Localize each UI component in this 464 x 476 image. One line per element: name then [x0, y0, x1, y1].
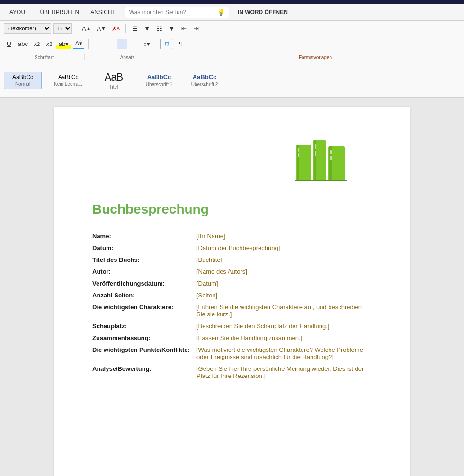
highlight-button[interactable]: ab▾ [56, 39, 71, 49]
numbered-list-button[interactable]: ☷ [154, 23, 165, 34]
superscript-button[interactable]: x2 [44, 39, 54, 49]
field-value[interactable]: [Führen Sie die wichtigsten Charaktere a… [196, 301, 372, 320]
field-label: Die wichtigsten Charaktere: [92, 301, 196, 320]
search-box[interactable]: 💡 [125, 7, 229, 18]
table-row: Zusammenfassung:[Fassen Sie die Handlung… [92, 332, 372, 344]
search-input[interactable] [129, 9, 215, 16]
style-ueberschrift1-preview: AaBbCc [147, 73, 171, 81]
separator3 [88, 39, 89, 49]
table-row: Autor:[Name des Autors] [92, 266, 372, 278]
svg-rect-7 [315, 151, 316, 156]
books-icon [291, 135, 353, 188]
field-label: Zusammenfassung: [92, 332, 196, 344]
table-row: Schauplatz:[Beschreiben Sie den Schaupla… [92, 320, 372, 332]
font-family-select[interactable]: (Textkörper) [4, 23, 51, 34]
svg-rect-10 [330, 150, 332, 154]
style-kein-preview: AaBbCc [58, 74, 78, 81]
svg-rect-3 [298, 153, 299, 157]
menu-ueberpruefen[interactable]: ÜBERPRÜFEN [34, 5, 85, 19]
styles-panel: AaBbCc Normal AaBbCc Kein Leerra... AaB … [0, 63, 464, 98]
style-kein-label: Kein Leerra... [54, 81, 82, 87]
formatvorlagen-label: Formatvorlagen [299, 55, 332, 60]
absatz-label: Absatz [120, 55, 135, 60]
style-kein[interactable]: AaBbCc Kein Leerra... [49, 72, 87, 89]
separator2 [125, 24, 126, 33]
style-titel[interactable]: AaB Titel [95, 69, 133, 91]
field-label: Schauplatz: [92, 320, 196, 332]
ribbon: (Textkörper) 12 A▲ A▼ ✗A ☰ ▼ ☷ ▼ ⇤ ⇥ U a… [0, 21, 464, 63]
book-icon-container [92, 135, 372, 188]
field-label: Name: [92, 230, 196, 242]
select-all-button[interactable]: ⊞ [160, 39, 173, 49]
field-label: Anzahl Seiten: [92, 289, 196, 301]
style-normal-label: Normal [15, 81, 30, 87]
font-color-button[interactable]: A▾ [73, 39, 84, 49]
field-label: Titel des Buchs: [92, 254, 196, 266]
style-normal[interactable]: AaBbCc Normal [4, 72, 42, 89]
field-value[interactable]: [Was motiviert die wichtigsten Charakter… [196, 344, 372, 363]
svg-rect-12 [295, 180, 347, 181]
field-label: Die wichtigsten Punkte/Konflikte: [92, 344, 196, 363]
align-left-button[interactable]: ≡ [92, 39, 103, 49]
font-size-select[interactable]: 12 [53, 23, 72, 34]
separator1 [76, 24, 76, 33]
subscript-button[interactable]: x2 [32, 39, 42, 49]
align-center-button[interactable]: ≡ [105, 39, 115, 49]
menu-ansicht[interactable]: ANSICHT [85, 5, 121, 19]
pilcrow-button[interactable]: ¶ [175, 39, 186, 49]
clear-format-button[interactable]: ✗A [110, 23, 122, 34]
doc-area: Buchbesprechung Name:[Ihr Name]Datum:[Da… [0, 98, 464, 476]
style-normal-preview: AaBbCc [12, 74, 33, 81]
align-right-button[interactable]: ≡ [117, 39, 127, 49]
table-row: Anzahl Seiten:[Seiten] [92, 289, 372, 301]
field-value[interactable]: [Buchtitel] [196, 254, 372, 266]
strikethrough-button[interactable]: abc [16, 39, 30, 49]
field-label: Autor: [92, 266, 196, 278]
table-row: Titel des Buchs:[Buchtitel] [92, 254, 372, 266]
field-value[interactable]: [Fassen Sie die Handlung zusammen.] [196, 332, 372, 344]
menu-layout[interactable]: AYOUT [4, 5, 34, 19]
field-label: Datum: [92, 242, 196, 254]
svg-rect-2 [298, 148, 299, 152]
info-table: Name:[Ihr Name]Datum:[Datum der Buchbesp… [92, 230, 372, 382]
field-value[interactable]: [Datum] [196, 278, 372, 289]
bullet-list-button[interactable]: ☰ [130, 23, 140, 34]
field-value[interactable]: [Ihr Name] [196, 230, 372, 242]
table-row: Analyse/Bewertung:[Geben Sie hier Ihre p… [92, 363, 372, 382]
field-label: Veröffentlichungsdatum: [92, 278, 196, 289]
doc-page: Buchbesprechung Name:[Ihr Name]Datum:[Da… [54, 107, 410, 476]
indent-button[interactable]: ⇥ [191, 23, 202, 34]
font-shrink-button[interactable]: A▼ [95, 23, 107, 34]
list-dropdown-button[interactable]: ▼ [142, 23, 152, 34]
menu-bar: AYOUT ÜBERPRÜFEN ANSICHT 💡 IN WORD ÖFFNE… [0, 4, 464, 21]
table-row: Die wichtigsten Punkte/Konflikte:[Was mo… [92, 344, 372, 363]
top-black-bar [0, 0, 464, 4]
table-row: Veröffentlichungsdatum:[Datum] [92, 278, 372, 289]
outdent-button[interactable]: ⇤ [179, 23, 189, 34]
open-word-button[interactable]: IN WORD ÖFFNEN [233, 7, 293, 18]
table-row: Datum:[Datum der Buchbesprechung] [92, 242, 372, 254]
style-titel-label: Titel [109, 84, 118, 90]
align-justify-button[interactable]: ≡ [129, 39, 140, 49]
field-value[interactable]: [Name des Autors] [196, 266, 372, 278]
table-row: Name:[Ihr Name] [92, 230, 372, 242]
line-spacing-button[interactable]: ↕▾ [142, 39, 152, 49]
font-grow-button[interactable]: A▲ [80, 23, 93, 34]
underline-button[interactable]: U [4, 39, 14, 49]
style-ueberschrift2[interactable]: AaBbCc Überschrift 2 [186, 72, 223, 89]
numbered-list-dropdown-button[interactable]: ▼ [167, 23, 177, 34]
table-row: Die wichtigsten Charaktere:[Führen Sie d… [92, 301, 372, 320]
schriftart-label: Schriftart [35, 55, 54, 60]
style-titel-preview: AaB [105, 71, 123, 83]
field-value[interactable]: [Seiten] [196, 289, 372, 301]
style-ueberschrift1-label: Überschrift 1 [146, 82, 173, 87]
svg-rect-11 [330, 156, 332, 160]
style-ueberschrift1[interactable]: AaBbCc Überschrift 1 [140, 72, 178, 89]
style-ueberschrift2-preview: AaBbCc [193, 73, 217, 81]
doc-title: Buchbesprechung [92, 202, 372, 217]
field-value[interactable]: [Beschreiben Sie den Schauplatz der Hand… [196, 320, 372, 332]
lightbulb-icon: 💡 [217, 9, 225, 16]
field-value[interactable]: [Geben Sie hier Ihre persönliche Meinung… [196, 363, 372, 382]
field-value[interactable]: [Datum der Buchbesprechung] [196, 242, 372, 254]
separator4 [156, 39, 156, 49]
